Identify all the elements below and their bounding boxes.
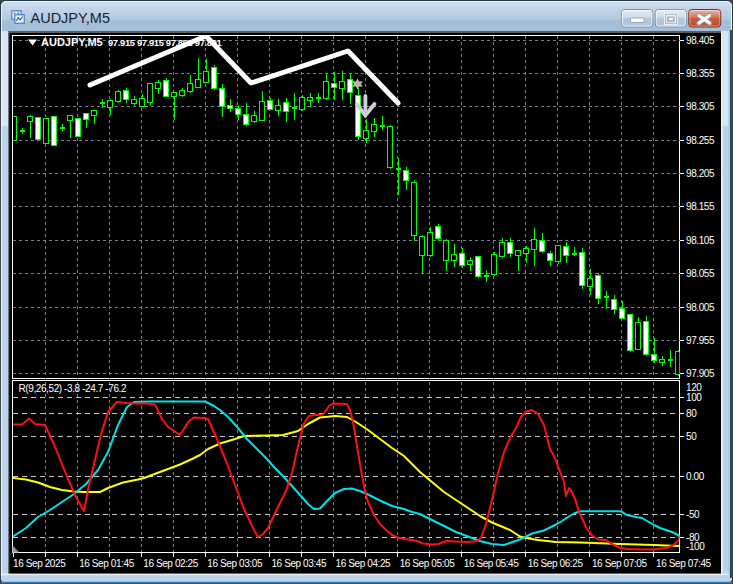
svg-text:R(9,26,52) -3.8 -24.7 -76.2: R(9,26,52) -3.8 -24.7 -76.2	[19, 383, 127, 394]
svg-text:98.355: 98.355	[686, 68, 715, 79]
svg-text:-50: -50	[686, 509, 700, 520]
svg-text:16 Sep 05:45: 16 Sep 05:45	[464, 558, 520, 569]
svg-text:98.055: 98.055	[686, 268, 715, 279]
svg-text:98.205: 98.205	[686, 168, 715, 179]
svg-text:100: 100	[686, 392, 702, 403]
svg-text:98.155: 98.155	[686, 201, 715, 212]
svg-text:16 Sep 05:05: 16 Sep 05:05	[400, 558, 456, 569]
svg-text:16 Sep 03:45: 16 Sep 03:45	[271, 558, 327, 569]
svg-text:16 Sep 04:25: 16 Sep 04:25	[336, 558, 392, 569]
svg-text:98.405: 98.405	[686, 35, 715, 46]
svg-text:16 Sep 01:45: 16 Sep 01:45	[79, 558, 135, 569]
svg-text:50: 50	[686, 431, 697, 442]
svg-text:AUDJPY,M5: AUDJPY,M5	[31, 10, 111, 26]
svg-text:80: 80	[686, 408, 697, 419]
svg-text:16 Sep 07:05: 16 Sep 07:05	[592, 558, 648, 569]
svg-text:0.00: 0.00	[686, 471, 705, 482]
svg-text:97.905: 97.905	[686, 368, 715, 379]
svg-text:16 Sep 06:25: 16 Sep 06:25	[528, 558, 584, 569]
svg-text:-100: -100	[686, 541, 705, 552]
svg-text:16 Sep 07:45: 16 Sep 07:45	[656, 558, 712, 569]
svg-text:16 Sep 02:25: 16 Sep 02:25	[143, 558, 199, 569]
svg-text:AUDJPY,M5: AUDJPY,M5	[41, 36, 103, 48]
svg-text:16 Sep 03:05: 16 Sep 03:05	[207, 558, 263, 569]
svg-text:97.915 97.915 97.891 97.891: 97.915 97.915 97.891 97.891	[108, 38, 222, 48]
svg-text:98.105: 98.105	[686, 235, 715, 246]
svg-text:16 Sep 2025: 16 Sep 2025	[13, 558, 66, 569]
svg-text:98.005: 98.005	[686, 302, 715, 313]
svg-text:97.955: 97.955	[686, 335, 715, 346]
svg-text:98.255: 98.255	[686, 135, 715, 146]
svg-text:98.305: 98.305	[686, 101, 715, 112]
